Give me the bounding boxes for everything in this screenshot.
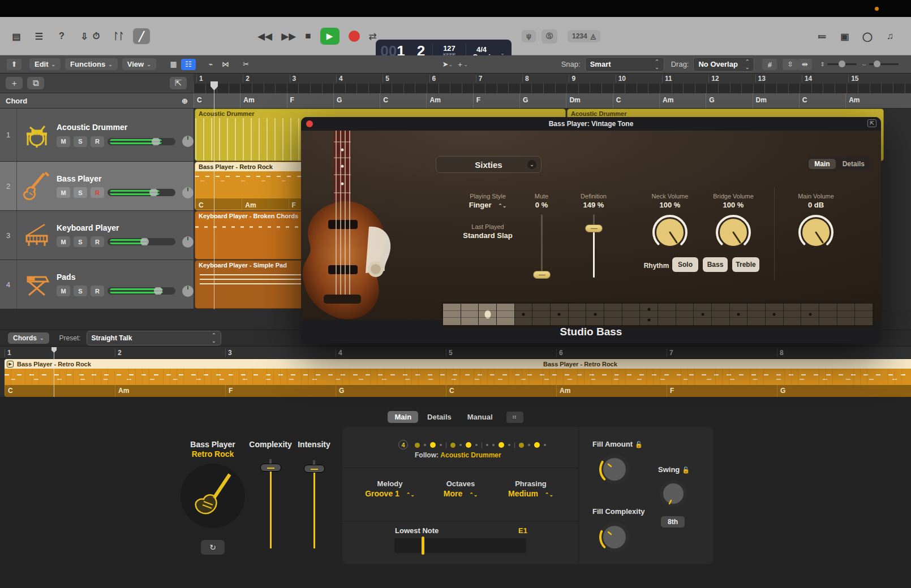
mute-button[interactable]: M: [57, 236, 70, 247]
tab-main[interactable]: Main: [809, 159, 835, 169]
inspector-icon[interactable]: ?: [53, 28, 70, 44]
chord-cell[interactable]: F: [473, 93, 519, 108]
plugin-view-switch[interactable]: Main Details: [807, 157, 871, 171]
mute-button[interactable]: M: [57, 187, 70, 198]
playing-style-selector[interactable]: Finger ⌃⌄: [469, 201, 506, 209]
pattern-dots[interactable]: [415, 442, 546, 448]
pattern-dot[interactable]: [486, 444, 488, 446]
lowest-note-slider[interactable]: [394, 538, 526, 553]
fill-complexity-knob[interactable]: [597, 520, 632, 555]
pattern-dot[interactable]: [534, 442, 540, 448]
beats-per-bar-badge[interactable]: 4: [398, 440, 408, 449]
smart-controls-icon[interactable]: ᛚᛚ: [110, 28, 127, 44]
command-click-tool-menu[interactable]: ＋⌄: [455, 59, 470, 70]
pencil-mode-icon[interactable]: ╱: [133, 28, 150, 44]
snap-dropdown[interactable]: Smart⌃⌄: [585, 57, 664, 72]
play-button[interactable]: ▶: [320, 28, 340, 45]
unlock-icon[interactable]: 🔓: [635, 441, 643, 448]
list-editors-icon[interactable]: ≔: [814, 28, 831, 44]
horizontal-auto-zoom-icon[interactable]: ⇹: [797, 59, 812, 70]
chord-add-icon[interactable]: ⊕: [182, 97, 188, 105]
bar-ruler[interactable]: 123456789101112131415: [194, 74, 911, 93]
pattern-dot[interactable]: [528, 444, 530, 446]
pattern-dot[interactable]: [492, 444, 495, 446]
chord-cell[interactable]: G: [706, 93, 752, 108]
crossfade-tool-icon[interactable]: ⋈: [218, 59, 233, 70]
close-window-button[interactable]: [306, 120, 313, 127]
pattern-dot[interactable]: [499, 442, 504, 448]
edit-menu[interactable]: Edit⌄: [29, 58, 61, 70]
editor-playhead[interactable]: [54, 347, 54, 397]
track-name[interactable]: Acoustic Drummer: [57, 123, 194, 132]
chords-view-menu[interactable]: Chords⌄: [8, 332, 49, 344]
tuning-fork-button[interactable]: ψ: [522, 30, 536, 42]
mute-button[interactable]: M: [57, 136, 70, 147]
intensity-slider[interactable]: [313, 468, 315, 548]
follow-setting[interactable]: Follow: Acoustic Drummer: [415, 451, 501, 459]
chord-cell[interactable]: Dm: [566, 93, 612, 108]
pattern-dot[interactable]: [544, 444, 546, 446]
pointer-tool-menu[interactable]: ➤⌄: [440, 59, 455, 70]
solo-tone-button[interactable]: Solo: [672, 257, 698, 272]
definition-slider[interactable]: [593, 214, 595, 278]
note-pads-icon[interactable]: ▣: [836, 28, 853, 44]
pattern-dot[interactable]: [459, 444, 462, 446]
record-button[interactable]: [349, 31, 360, 42]
unlock-icon[interactable]: 🔓: [682, 466, 690, 473]
plugin-window-bass-player[interactable]: Bass Player: Vintage Tone ⇱: [301, 117, 881, 343]
bridge-volume-knob[interactable]: [714, 213, 753, 252]
tab-main[interactable]: Main: [388, 411, 418, 423]
chord-cell[interactable]: C: [194, 93, 240, 108]
pattern-dot[interactable]: [430, 442, 436, 448]
catch-playhead-icon[interactable]: ⬆: [7, 59, 22, 70]
pattern-dot[interactable]: [466, 442, 471, 448]
rhythm-button[interactable]: Rhythm: [643, 258, 670, 273]
bass-tone-button[interactable]: Bass: [703, 257, 728, 272]
chord-cell[interactable]: Am: [659, 93, 706, 108]
melody-setting[interactable]: Melody Groove 1 ⌃⌄: [365, 479, 415, 498]
forward-button[interactable]: ▶▶: [281, 31, 296, 42]
plugin-preset-dropdown[interactable]: Sixties ⌄: [436, 156, 542, 173]
record-enable-button[interactable]: R: [91, 236, 104, 247]
chord-track-header[interactable]: Chord ⊕: [0, 93, 194, 109]
volume-slider[interactable]: [108, 189, 175, 196]
volume-slider[interactable]: [108, 238, 175, 245]
functions-menu[interactable]: Functions⌄: [65, 58, 118, 70]
chord-track[interactable]: CAmFGCAmFGDmCAmGDmCAm: [194, 93, 911, 109]
treble-tone-button[interactable]: Treble: [732, 257, 759, 272]
stop-button[interactable]: ■: [305, 31, 311, 42]
editor-region-bass-retro-rock[interactable]: ▶ Bass Player - Retro Rock Bass Player -…: [5, 359, 911, 397]
grid-view-icon[interactable]: ▦: [166, 59, 181, 70]
record-enable-button[interactable]: R: [91, 286, 104, 296]
neck-volume-knob[interactable]: [651, 213, 689, 252]
vertical-zoom-slider[interactable]: ⇕: [820, 61, 856, 67]
region-play-icon[interactable]: ▶: [7, 361, 14, 368]
chord-cell[interactable]: G: [333, 93, 380, 108]
main-volume-knob[interactable]: [797, 213, 835, 252]
swing-rate-button[interactable]: 8th: [661, 516, 685, 528]
track-name[interactable]: Bass Player: [57, 174, 194, 183]
mute-slider[interactable]: [541, 214, 543, 278]
track-header-pads[interactable]: 4 Pads M S R: [0, 260, 194, 309]
track-header-config-icon[interactable]: ⇱: [170, 77, 187, 89]
record-enable-button[interactable]: R: [91, 187, 104, 198]
quick-help-icon[interactable]: ▤: [8, 28, 25, 44]
chord-cell[interactable]: C: [613, 93, 659, 108]
track-name[interactable]: Pads: [57, 273, 194, 282]
chord-cell[interactable]: Am: [426, 93, 472, 108]
player-avatar[interactable]: [181, 464, 245, 528]
volume-slider[interactable]: [108, 287, 175, 295]
tab-manual[interactable]: Manual: [461, 411, 500, 423]
editor-region-header[interactable]: ▶ Bass Player - Retro Rock Bass Player -…: [5, 359, 911, 369]
chord-cell[interactable]: Am: [240, 93, 286, 108]
pan-knob[interactable]: [182, 286, 194, 297]
tab-details[interactable]: Details: [837, 159, 870, 169]
volume-slider[interactable]: [108, 138, 175, 145]
split-tool-icon[interactable]: ✂: [239, 59, 253, 70]
track-header-bass-player[interactable]: 2 Bass Player M S R: [0, 162, 194, 211]
editor-ruler[interactable]: 12345678: [0, 346, 911, 359]
chord-cell[interactable]: F: [287, 93, 333, 108]
count-in-button[interactable]: 1234 ◬: [568, 30, 600, 42]
loop-browser-icon[interactable]: ◯: [859, 28, 876, 44]
pattern-dot[interactable]: [508, 444, 510, 446]
